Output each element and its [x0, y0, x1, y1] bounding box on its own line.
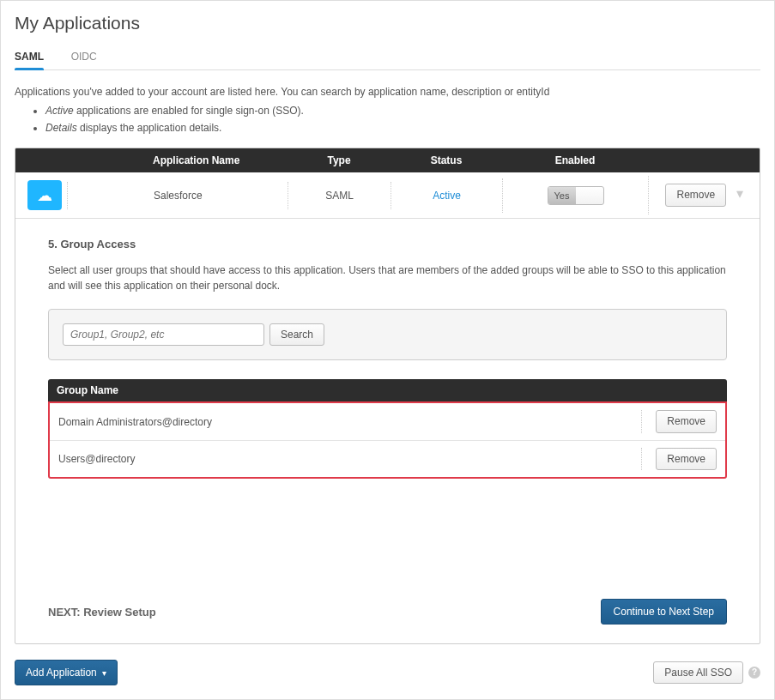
note-active: Active applications are enabled for sing…	[45, 103, 760, 118]
enabled-toggle[interactable]: Yes	[548, 186, 604, 205]
page-container: My Applications SAML OIDC Applications y…	[0, 0, 775, 700]
toggle-off	[576, 187, 603, 204]
group-access-title: 5. Group Access	[48, 238, 727, 250]
tab-saml[interactable]: SAML	[15, 45, 44, 69]
note-active-em: Active	[45, 105, 74, 117]
help-icon[interactable]: ?	[748, 667, 760, 679]
add-application-label: Add Application	[26, 667, 97, 679]
page-title: My Applications	[15, 13, 760, 33]
group-access-panel: 5. Group Access Select all user groups t…	[15, 219, 760, 643]
col-header-type: Type	[288, 148, 391, 172]
groups-table: Domain Administrators@directory Remove U…	[48, 401, 727, 479]
intro-text: Applications you've added to your accoun…	[15, 86, 760, 98]
note-details: Details displays the application details…	[45, 120, 760, 136]
remove-group-button[interactable]: Remove	[656, 410, 717, 432]
groups-table-header: Group Name	[48, 379, 727, 401]
add-application-button[interactable]: Add Application ▾	[15, 660, 118, 685]
expand-row-icon[interactable]: ▾	[736, 186, 743, 201]
app-status-link[interactable]: Active	[433, 190, 461, 202]
next-step-label: NEXT: Review Setup	[48, 606, 156, 619]
app-type: SAML	[288, 182, 391, 209]
panel-footer: NEXT: Review Setup Continue to Next Step	[48, 599, 727, 625]
group-name: Domain Administrators@directory	[58, 416, 641, 428]
group-row: Domain Administrators@directory Remove	[50, 403, 725, 439]
group-search-box: Search	[48, 309, 727, 360]
group-row: Users@directory Remove	[50, 440, 725, 477]
bottom-bar: Add Application ▾ Pause All SSO ?	[15, 660, 760, 685]
note-details-rest: displays the application details.	[77, 122, 222, 134]
applications-card: Application Name Type Status Enabled ☁ S…	[15, 148, 760, 644]
salesforce-icon: ☁	[27, 180, 62, 210]
toggle-yes: Yes	[548, 187, 576, 204]
group-access-desc: Select all user groups that should have …	[48, 262, 727, 293]
note-active-rest: applications are enabled for single sign…	[74, 105, 304, 117]
apps-table-header: Application Name Type Status Enabled	[15, 148, 760, 172]
note-details-em: Details	[45, 122, 77, 134]
col-header-status: Status	[391, 148, 502, 172]
tab-oidc[interactable]: OIDC	[71, 45, 97, 69]
caret-down-icon: ▾	[102, 668, 106, 678]
app-row-salesforce: ☁ Salesforce SAML Active Yes Remove ▾	[15, 172, 760, 219]
col-header-name: Application Name	[67, 148, 288, 172]
group-search-input[interactable]	[63, 323, 264, 346]
remove-group-button[interactable]: Remove	[656, 448, 717, 470]
group-name: Users@directory	[58, 453, 641, 465]
pause-sso-button[interactable]: Pause All SSO	[653, 661, 743, 684]
continue-button[interactable]: Continue to Next Step	[601, 599, 727, 625]
intro-notes: Active applications are enabled for sing…	[15, 103, 760, 136]
tabs: SAML OIDC	[15, 45, 760, 70]
app-name: Salesforce	[67, 182, 288, 209]
col-header-enabled: Enabled	[502, 148, 648, 172]
remove-app-button[interactable]: Remove	[665, 184, 726, 206]
group-search-button[interactable]: Search	[269, 323, 324, 346]
